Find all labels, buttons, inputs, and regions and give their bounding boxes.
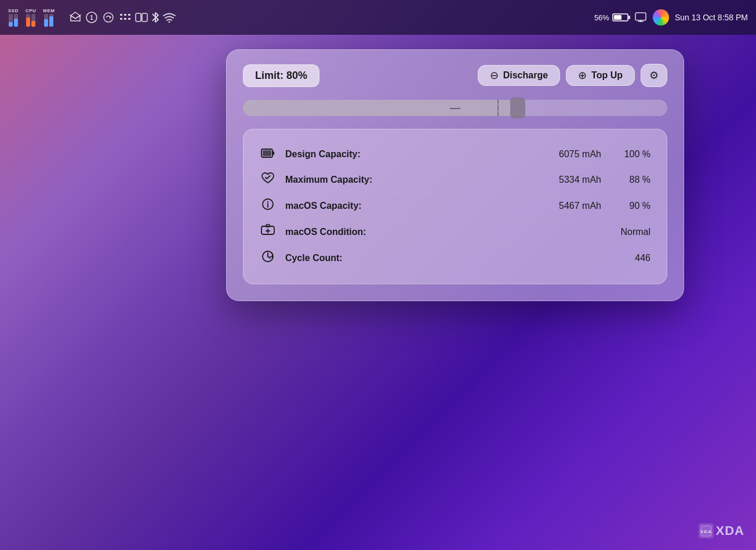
svg-rect-21	[272, 151, 274, 155]
macos-condition-row: macOS Condition: Normal	[260, 219, 650, 245]
ssd-bar-1-fill	[9, 22, 13, 27]
svg-rect-12	[128, 18, 130, 20]
svg-rect-22	[263, 150, 271, 156]
svg-point-6	[104, 13, 113, 22]
menubar: SSD CPU MEM	[0, 0, 756, 35]
battery-fill	[614, 15, 621, 20]
mem-bar-1	[44, 14, 48, 27]
slider-track: —	[243, 100, 667, 116]
xda-text: XDA	[716, 523, 744, 538]
battery-info-panel: Design Capacity: 6075 mAh 100 % Maximum …	[243, 129, 667, 284]
battery-icon-design	[260, 147, 276, 162]
cpu-bar-1	[26, 14, 30, 27]
slider-thumb[interactable]	[510, 97, 525, 118]
svg-rect-7	[120, 14, 122, 16]
battery-slider-container: —	[243, 100, 667, 116]
ssd-bar-2-fill	[14, 19, 18, 26]
macos-condition-value: Normal	[468, 227, 650, 237]
svg-rect-10	[120, 18, 122, 20]
mirror-icon[interactable]	[135, 12, 148, 23]
mem-bars	[44, 14, 53, 27]
macos-condition-label: macOS Condition:	[285, 227, 468, 237]
macos-capacity-mah: 5467 mAh	[543, 201, 601, 211]
menubar-right: 56% Sun 13 Oct 8:58 PM	[594, 9, 748, 26]
notification-icon[interactable]	[69, 12, 82, 23]
maximum-capacity-row: Maximum Capacity: 5334 mAh 88 %	[260, 167, 650, 193]
xda-logo-icon: XDA	[699, 523, 714, 538]
ssd-label: SSD	[8, 9, 19, 13]
limit-value: 80%	[286, 70, 307, 81]
limit-badge: Limit: 80%	[243, 64, 319, 87]
cpu-bar-1-fill	[26, 17, 30, 26]
discharge-button[interactable]: ⊖ Discharge	[478, 65, 560, 86]
mem-bar-2-fill	[49, 16, 53, 27]
battery-popup: Limit: 80% ⊖ Discharge ⊕ Top Up ⚙ —	[226, 49, 684, 301]
discharge-icon: ⊖	[490, 70, 499, 81]
maximum-capacity-label: Maximum Capacity:	[285, 175, 543, 185]
ssd-bar-2	[14, 14, 18, 27]
ssd-bar-1	[9, 14, 13, 27]
cycle-count-value: 446	[468, 253, 650, 263]
slider-minus-icon: —	[450, 102, 460, 114]
macos-capacity-row: macOS Capacity: 5467 mAh 90 %	[260, 193, 650, 219]
display-icon[interactable]	[634, 11, 647, 24]
mem-bar-2	[49, 14, 53, 27]
settings-button[interactable]: ⚙	[641, 64, 667, 87]
topup-button[interactable]: ⊕ Top Up	[566, 65, 635, 86]
svg-rect-8	[124, 14, 126, 16]
limit-label: Limit:	[255, 70, 284, 81]
header-buttons: ⊖ Discharge ⊕ Top Up ⚙	[478, 64, 667, 87]
topup-icon: ⊕	[578, 70, 587, 81]
slider-dashed-line	[497, 100, 499, 116]
battery-icon	[612, 13, 628, 21]
datetime: Sun 13 Oct 8:58 PM	[675, 13, 748, 22]
cpu-bar-2	[31, 14, 35, 27]
ssd-bars	[9, 14, 18, 27]
siri-icon[interactable]	[653, 9, 669, 26]
design-capacity-row: Design Capacity: 6075 mAh 100 %	[260, 142, 650, 167]
macos-capacity-label: macOS Capacity:	[285, 201, 543, 211]
heart-icon	[260, 172, 276, 188]
mem-bar-1-fill	[44, 19, 48, 26]
mem-label: MEM	[43, 9, 54, 13]
macos-capacity-pct: 90 %	[619, 201, 650, 211]
battery-percentage: 56%	[594, 13, 609, 22]
popup-header: Limit: 80% ⊖ Discharge ⊕ Top Up ⚙	[243, 64, 667, 87]
svg-rect-17	[635, 13, 646, 20]
svg-text:1: 1	[90, 15, 93, 21]
grid-icon[interactable]	[119, 12, 132, 23]
svg-point-16	[168, 21, 170, 23]
sync-icon[interactable]	[101, 11, 115, 24]
cycle-count-row: Cycle Count: 446	[260, 245, 650, 271]
svg-text:XDA: XDA	[700, 529, 712, 534]
maximum-capacity-pct: 88 %	[619, 175, 650, 185]
info-circle-icon	[260, 198, 276, 214]
svg-rect-11	[124, 18, 126, 20]
cpu-bars	[26, 14, 35, 27]
design-capacity-pct: 100 %	[619, 149, 650, 160]
cpu-label: CPU	[26, 9, 36, 13]
svg-point-25	[267, 201, 268, 202]
battery-status[interactable]: 56%	[594, 13, 628, 22]
onepassword-icon[interactable]: 1	[85, 11, 98, 24]
bluetooth-icon[interactable]	[151, 11, 159, 24]
cycle-count-label: Cycle Count:	[285, 253, 468, 263]
svg-rect-14	[142, 13, 147, 21]
design-capacity-label: Design Capacity:	[285, 149, 543, 160]
discharge-label: Discharge	[503, 70, 548, 81]
mem-widget[interactable]: MEM	[43, 9, 54, 27]
cpu-bar-2-fill	[31, 21, 35, 27]
xda-watermark: XDA XDA	[699, 523, 744, 538]
clock-cycle-icon	[260, 250, 276, 266]
gear-icon: ⚙	[649, 69, 659, 82]
medkit-icon	[260, 224, 276, 240]
topup-label: Top Up	[591, 70, 623, 81]
ssd-widget[interactable]: SSD	[8, 9, 19, 27]
svg-rect-13	[136, 13, 141, 21]
slider-fill	[243, 100, 510, 116]
cpu-widget[interactable]: CPU	[26, 9, 36, 27]
svg-rect-27	[266, 225, 270, 227]
svg-rect-9	[128, 14, 130, 16]
wifi-icon[interactable]	[163, 12, 176, 23]
maximum-capacity-mah: 5334 mAh	[543, 175, 601, 185]
